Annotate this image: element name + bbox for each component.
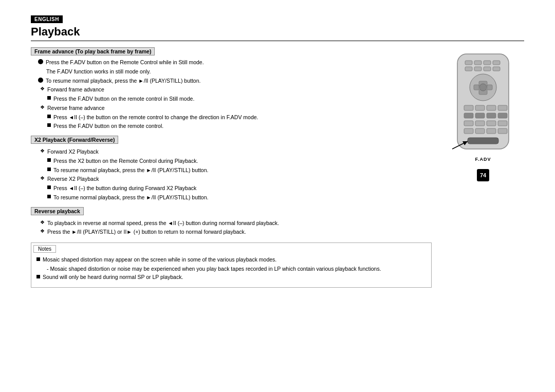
forward-frame-label: Forward frame advance (47, 86, 104, 94)
square-bullet-1 (47, 96, 51, 100)
svg-rect-30 (498, 128, 507, 134)
svg-rect-16 (475, 105, 485, 110)
frame-advance-line1: Press the F.ADV button on the Remote Con… (46, 59, 204, 67)
bullet-circle-2 (38, 78, 43, 83)
square-bullet-2 (47, 115, 51, 118)
notes-item-1: Mosaic shaped distortion may appear on t… (43, 256, 276, 264)
svg-rect-5 (465, 67, 472, 71)
notes-bullet-1 (36, 257, 40, 261)
diamond-rev2: ❖ (40, 228, 45, 234)
svg-rect-18 (498, 105, 507, 110)
x2-forward-sub2: To resume normal playback, press the ►/I… (53, 166, 208, 175)
svg-rect-20 (475, 113, 485, 118)
svg-rect-24 (475, 121, 485, 126)
square-bullet-6 (47, 185, 51, 189)
x2-reverse-label: Reverse X2 Playback (47, 175, 99, 183)
svg-rect-19 (464, 113, 473, 118)
square-bullet-7 (47, 195, 51, 198)
diamond-x2-forward: ❖ (40, 148, 45, 154)
bullet-circle-1 (38, 59, 43, 64)
svg-rect-23 (464, 121, 473, 126)
notes-bullet-2 (36, 275, 40, 278)
forward-frame-sub: Press the F.ADV button on the remote con… (53, 95, 194, 103)
square-bullet-3 (47, 123, 51, 127)
notes-item-2: - Mosaic shaped distortion or noise may … (36, 266, 426, 272)
reverse-frame-label: Reverse frame advance (47, 104, 104, 113)
svg-rect-22 (498, 113, 507, 118)
svg-rect-8 (493, 67, 500, 71)
svg-rect-13 (487, 85, 492, 90)
diamond-reverse: ❖ (40, 104, 45, 110)
svg-rect-1 (465, 61, 472, 65)
svg-rect-26 (498, 121, 507, 126)
english-badge: ENGLISH (31, 15, 63, 23)
notes-box: Notes Mosaic shaped distortion may appea… (31, 242, 432, 288)
diamond-x2-reverse: ❖ (40, 175, 45, 181)
diamond-forward: ❖ (40, 86, 45, 91)
svg-rect-15 (464, 105, 473, 110)
svg-rect-6 (474, 67, 482, 71)
notes-label: Notes (33, 245, 56, 253)
svg-rect-25 (487, 121, 496, 126)
x2-playback-header: X2 Playback (Forward/Reverse) (31, 136, 118, 144)
x2-reverse-sub2: To resume normal playback, press the ►/I… (53, 194, 208, 202)
reverse-line2: Press the ►/II (PLAY/STILL) or II► (+) b… (47, 228, 246, 236)
right-panel: F.ADV 74 (442, 47, 524, 288)
notes-item-3: Sound will only be heard during normal S… (43, 273, 183, 282)
svg-rect-28 (475, 128, 485, 134)
svg-point-14 (479, 84, 487, 91)
svg-rect-3 (484, 61, 491, 65)
svg-rect-29 (487, 128, 496, 134)
x2-reverse-sub1: Press ◄II (–) the button during during F… (53, 184, 196, 193)
page-number: 74 (477, 169, 489, 181)
frame-advance-line2: The F.ADV function works in still mode o… (31, 68, 432, 76)
page-title: Playback (31, 25, 524, 41)
svg-rect-4 (493, 61, 500, 65)
reverse-line1: To playback in reverse at normal speed, … (47, 219, 279, 228)
frame-advance-header: Frame advance (To play back frame by fra… (31, 47, 155, 55)
svg-rect-21 (487, 113, 496, 118)
reverse-frame-sub1: Press ◄II (–) the button on the remote c… (53, 114, 258, 122)
svg-rect-7 (484, 67, 491, 71)
notes-content: Mosaic shaped distortion may appear on t… (31, 255, 431, 287)
svg-rect-12 (474, 85, 479, 90)
svg-rect-17 (487, 105, 496, 110)
frame-advance-line3: To resume normal playback, press the ►/I… (46, 77, 200, 85)
svg-rect-2 (474, 61, 482, 65)
diamond-rev1: ❖ (40, 219, 45, 225)
svg-rect-27 (464, 128, 473, 134)
x2-forward-label: Forward X2 Playback (47, 148, 99, 156)
reverse-playback-header: Reverse playback (31, 207, 84, 215)
square-bullet-4 (47, 158, 51, 162)
fadv-label: F.ADV (447, 157, 519, 162)
main-text-area: Frame advance (To play back frame by fra… (31, 47, 432, 288)
remote-control-image: F.ADV (447, 51, 519, 162)
svg-rect-31 (468, 138, 498, 144)
reverse-frame-sub2: Press the F.ADV button on the remote con… (53, 122, 163, 130)
x2-forward-sub1: Press the X2 button on the Remote Contro… (53, 157, 198, 165)
square-bullet-5 (47, 167, 51, 171)
